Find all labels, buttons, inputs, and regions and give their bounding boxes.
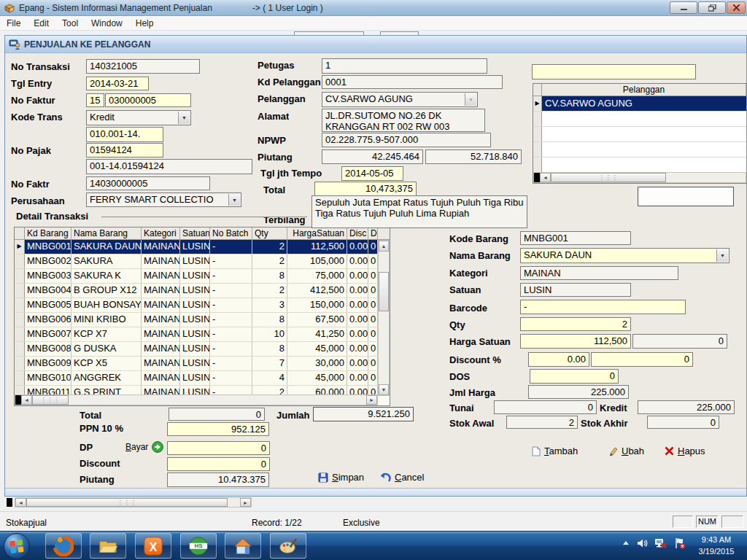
npwp-field[interactable]: 02.228.775.9-507.000 bbox=[322, 133, 491, 147]
cancel-button[interactable]: Cancel bbox=[379, 472, 424, 483]
kredit-field[interactable]: 225.000 bbox=[638, 400, 735, 414]
customer-empty-row[interactable] bbox=[533, 112, 746, 127]
discount-pct-field[interactable]: 0.00 bbox=[528, 352, 589, 367]
hidden-icons-icon[interactable] bbox=[622, 540, 630, 546]
detail-hscrollbar[interactable]: ◄ ⋮⋮⋮ ► bbox=[15, 394, 378, 405]
no-pajak-full-field[interactable]: 001-14.01594124 bbox=[86, 159, 252, 174]
no-transaksi-field[interactable]: 140321005 bbox=[86, 59, 200, 74]
chevron-down-icon[interactable]: ▼ bbox=[178, 112, 190, 124]
column-header[interactable]: Satuan bbox=[180, 228, 210, 239]
menu-file[interactable]: File bbox=[0, 17, 27, 30]
no-faktur-prefix-field[interactable]: 15 bbox=[86, 93, 104, 107]
taskbar-xampp-button[interactable]: X bbox=[135, 533, 171, 559]
form-titlebar[interactable]: PENJUALAN KE PELANGGAN bbox=[5, 36, 746, 53]
scrollbar-thumb[interactable]: ⋮⋮⋮ bbox=[26, 498, 228, 507]
no-faktur-field[interactable]: 030000005 bbox=[105, 93, 191, 107]
column-header[interactable]: Disc bbox=[347, 228, 368, 239]
perusahaan-combo[interactable]: FERRY SMART COLLECTIO▼ bbox=[86, 192, 241, 207]
no-faktr-field[interactable]: 14030000005 bbox=[86, 176, 210, 190]
taskbar-firefox-button[interactable] bbox=[45, 533, 82, 559]
customer-grid-hscrollbar[interactable]: ◄ ⋮⋮⋮ bbox=[533, 172, 746, 183]
customer-search-input[interactable] bbox=[532, 64, 696, 79]
scroll-left-icon[interactable]: ◄ bbox=[21, 395, 32, 405]
kd-pelanggan-field[interactable]: 0001 bbox=[322, 75, 503, 89]
menu-window[interactable]: Window bbox=[85, 17, 129, 30]
customer-extra-field[interactable] bbox=[638, 187, 734, 206]
close-button[interactable] bbox=[727, 1, 746, 14]
customer-column-header[interactable]: Pelanggan bbox=[542, 84, 746, 96]
column-header[interactable]: No Batch bbox=[210, 228, 252, 239]
bayar-button[interactable]: Bayar bbox=[125, 441, 163, 453]
speaker-icon[interactable] bbox=[636, 537, 648, 549]
mdi-hscrollbar[interactable]: ◄ ⋮⋮⋮ ► bbox=[15, 497, 252, 508]
petugas-field[interactable]: 1 bbox=[322, 58, 487, 74]
table-row[interactable]: MNBG005BUAH BONSAYMAINANLUSIN-3150,0000.… bbox=[15, 298, 390, 313]
no-pajak-field[interactable]: 01594124 bbox=[86, 143, 163, 158]
harga-satuan-2-field[interactable]: 0 bbox=[632, 334, 727, 349]
chevron-down-icon[interactable]: ▼ bbox=[465, 93, 476, 106]
scroll-left-icon[interactable]: ◄ bbox=[540, 173, 551, 182]
pelanggan-combo[interactable]: CV.SARWO AGUNG▼ bbox=[322, 92, 478, 107]
customer-row[interactable]: ▶CV.SARWO AGUNG bbox=[533, 96, 746, 112]
kategori-field[interactable]: MAINAN bbox=[520, 266, 678, 280]
scroll-left-icon[interactable]: ◄ bbox=[15, 498, 26, 507]
kode-trans-combo[interactable]: Kredit▼ bbox=[86, 110, 191, 125]
table-row[interactable]: MNBG006MINI KRIBOMAINANLUSIN-867,5000.00… bbox=[15, 313, 390, 327]
dos-field[interactable]: 0 bbox=[530, 369, 619, 384]
column-header[interactable]: HargaSatuan bbox=[287, 228, 347, 239]
customer-empty-row[interactable] bbox=[533, 158, 746, 173]
barcode-field[interactable]: - bbox=[520, 300, 686, 314]
dp-field[interactable]: 0 bbox=[167, 441, 270, 455]
table-row[interactable]: MNBG002SAKURAMAINANLUSIN-2105,0000.000 bbox=[15, 254, 390, 269]
taskbar-home-app-button[interactable] bbox=[225, 533, 261, 559]
ubah-button[interactable]: Ubah bbox=[608, 446, 644, 456]
qty-field[interactable]: 2 bbox=[520, 317, 631, 331]
tgl-jth-tempo-field[interactable]: 2014-05-05 bbox=[341, 166, 403, 181]
nama-barang-combo[interactable]: SAKURA DAUN▼ bbox=[520, 248, 729, 263]
scrollbar-thumb[interactable]: ⋮⋮⋮ bbox=[32, 395, 69, 405]
table-row[interactable]: MNBG004B GROUP X12MAINANLUSIN-2412,5000.… bbox=[15, 284, 390, 298]
discount-2-field[interactable]: 0 bbox=[591, 352, 693, 367]
taskbar-explorer-button[interactable] bbox=[90, 533, 126, 559]
customer-empty-row[interactable] bbox=[533, 142, 746, 158]
discount-field[interactable]: 0 bbox=[167, 457, 270, 471]
kode-barang-field[interactable]: MNBG001 bbox=[520, 231, 631, 245]
scrollbar-thumb[interactable] bbox=[379, 272, 389, 311]
scroll-right-icon[interactable]: ► bbox=[240, 498, 251, 507]
table-row[interactable]: MNBG007KCP X7MAINANLUSIN-1041,2500.000 bbox=[15, 327, 390, 342]
taskbar-clock[interactable]: 9:43 AM 3/19/2015 bbox=[690, 534, 743, 557]
harga-satuan-field[interactable]: 112,500 bbox=[520, 334, 631, 349]
restore-button[interactable] bbox=[698, 1, 726, 14]
chevron-down-icon[interactable]: ▼ bbox=[716, 249, 728, 262]
hapus-button[interactable]: Hapus bbox=[665, 446, 705, 456]
table-row[interactable]: MNBG003SAKURA KMAINANLUSIN-875,0000.000 bbox=[15, 269, 390, 284]
tambah-button[interactable]: Tambah bbox=[532, 446, 578, 456]
table-row[interactable]: MNBG009KCP X5MAINANLUSIN-730,0000.000 bbox=[15, 357, 390, 371]
column-header[interactable]: Kd Barang bbox=[25, 228, 71, 239]
alamat-field[interactable]: JL.DR.SUTOMO NO.26 DK KRANGGAN RT 002 RW… bbox=[322, 109, 485, 132]
scroll-right-icon[interactable]: ► bbox=[366, 395, 377, 405]
tunai-field[interactable]: 0 bbox=[494, 400, 597, 414]
customer-empty-row[interactable] bbox=[533, 127, 746, 142]
scrollbar-thumb[interactable]: ⋮⋮⋮ bbox=[551, 173, 666, 182]
column-header[interactable]: Kategori bbox=[142, 228, 180, 239]
satuan-field[interactable]: LUSIN bbox=[520, 283, 631, 297]
column-header[interactable]: Nama Barang bbox=[71, 228, 142, 239]
table-row[interactable]: ▶MNBG001SAKURA DAUNMAINANLUSIN-2112,5000… bbox=[15, 240, 390, 254]
network-error-icon[interactable] bbox=[654, 537, 667, 549]
chevron-down-icon[interactable]: ▼ bbox=[228, 194, 240, 206]
taskbar-heidisql-button[interactable]: HS bbox=[180, 533, 217, 559]
taskbar-paint-button[interactable] bbox=[270, 533, 306, 559]
scroll-down-icon[interactable]: ▼ bbox=[379, 384, 389, 395]
column-header[interactable]: D bbox=[368, 228, 378, 239]
simpan-button[interactable]: Simpan bbox=[318, 472, 364, 483]
action-center-icon[interactable] bbox=[674, 537, 686, 549]
minimize-button[interactable] bbox=[670, 1, 697, 14]
start-button[interactable] bbox=[3, 532, 31, 560]
detail-vscrollbar[interactable]: ▲ ▼ bbox=[378, 240, 390, 396]
scroll-up-icon[interactable]: ▲ bbox=[379, 241, 389, 252]
column-header[interactable]: Qty bbox=[252, 228, 287, 239]
no-pajak-prefix-field[interactable]: 010.001-14. bbox=[86, 127, 163, 142]
table-row[interactable]: MNBG010ANGGREKMAINANLUSIN-445,0000.000 bbox=[15, 371, 390, 386]
menu-tool[interactable]: Tool bbox=[55, 17, 85, 30]
